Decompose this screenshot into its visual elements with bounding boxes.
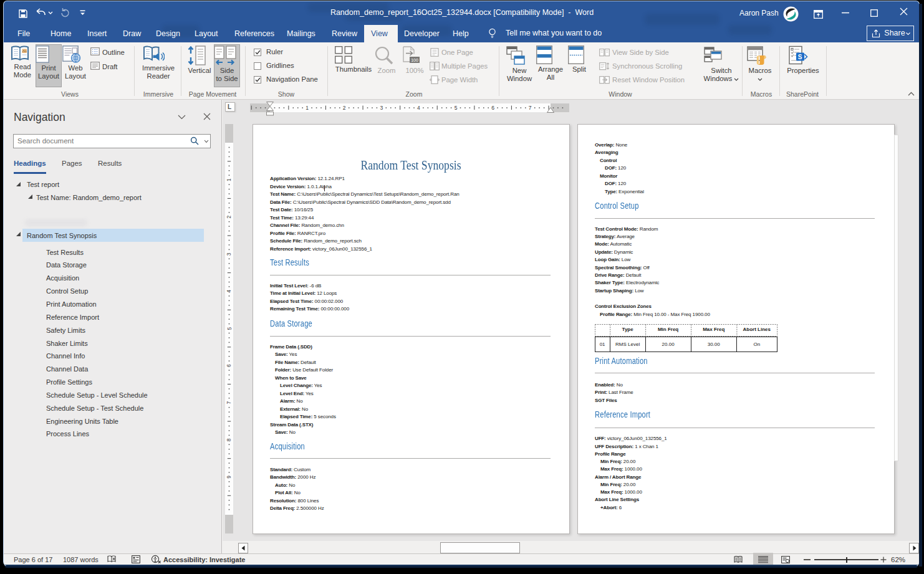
svg-text:3: 3 [380, 105, 383, 111]
svg-text:5: 5 [226, 327, 232, 330]
svg-text:7: 7 [226, 401, 232, 404]
svg-text:8: 8 [226, 438, 232, 441]
svg-text:6: 6 [491, 105, 494, 111]
svg-text:100: 100 [411, 58, 418, 62]
svg-text:5: 5 [455, 105, 458, 111]
svg-text:3: 3 [226, 252, 232, 256]
svg-text:4: 4 [417, 105, 420, 111]
svg-text:2: 2 [343, 105, 346, 111]
svg-text:2: 2 [226, 216, 232, 219]
svg-text:9: 9 [226, 476, 232, 479]
svg-text:1: 1 [306, 105, 309, 111]
svg-text:6: 6 [226, 364, 232, 367]
svg-text:4: 4 [226, 290, 232, 293]
svg-text:S: S [798, 54, 802, 60]
svg-text:1: 1 [226, 178, 232, 181]
svg-text:7: 7 [529, 105, 532, 111]
